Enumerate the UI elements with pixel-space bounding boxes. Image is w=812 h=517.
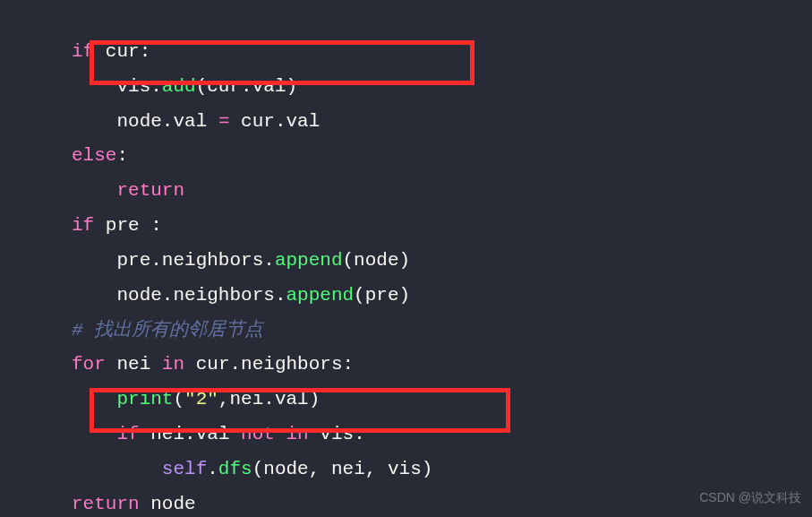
dot: . <box>241 76 252 97</box>
ident-cur: cur <box>196 354 230 375</box>
line-6: if pre : <box>72 215 162 236</box>
line-14: return node <box>72 494 196 514</box>
ident-self: self <box>162 459 207 479</box>
func-append: append <box>286 285 354 306</box>
ident-val: val <box>275 389 309 409</box>
line-3: node.val = cur.val <box>72 111 320 132</box>
line-5: return <box>72 180 184 201</box>
line-10: for nei in cur.neighbors: <box>72 354 354 375</box>
ident-node: node <box>263 459 308 479</box>
ident-val: val <box>252 76 286 97</box>
paren-close: ) <box>309 389 321 409</box>
ident-vis: vis <box>320 424 354 444</box>
line-13: self.dfs(node, nei, vis) <box>72 459 432 479</box>
string-literal: "2" <box>184 389 218 409</box>
paren-close: ) <box>286 76 298 97</box>
ident-nei: nei <box>150 424 184 444</box>
line-8: node.neighbors.append(pre) <box>72 285 410 306</box>
ident-cur: cur <box>241 111 275 132</box>
ident-node: node <box>116 285 161 306</box>
ident-val: val <box>196 424 230 444</box>
keyword-if: if <box>72 215 94 236</box>
ident-vis: vis <box>388 459 422 479</box>
func-dfs: dfs <box>218 459 252 479</box>
keyword-in: in <box>286 424 309 444</box>
ident-node: node <box>116 111 161 132</box>
line-2: vis.add(cur.val) <box>72 76 297 97</box>
line-1: if cur: <box>72 41 150 62</box>
ident-pre: pre <box>116 250 150 271</box>
colon: : <box>354 424 365 444</box>
dot: . <box>263 250 275 271</box>
colon: : <box>150 215 162 236</box>
ident-node: node <box>150 494 195 514</box>
keyword-not: not <box>241 424 275 444</box>
ident-pre: pre <box>365 285 399 306</box>
dot: . <box>150 76 162 97</box>
comment: # 找出所有的邻居节点 <box>72 320 263 340</box>
line-11: print("2",nei.val) <box>72 389 320 409</box>
ident-val: val <box>173 111 207 132</box>
line-4: else: <box>72 145 128 166</box>
code-block: if cur: vis.add(cur.val) node.val = cur.… <box>0 0 812 517</box>
ident-vis: vis <box>116 76 150 97</box>
ident-cur: cur <box>106 41 140 62</box>
paren-open: ( <box>252 459 264 479</box>
func-print: print <box>116 389 173 409</box>
ident-node: node <box>354 250 398 271</box>
comma: , <box>218 389 230 409</box>
dot: . <box>162 111 174 132</box>
keyword-in: in <box>162 354 184 375</box>
line-7: pre.neighbors.append(node) <box>72 250 410 271</box>
paren-open: ( <box>196 76 208 97</box>
ident-neighbors: neighbors <box>173 285 274 306</box>
keyword-return: return <box>116 180 184 201</box>
dot: . <box>263 389 275 409</box>
paren-open: ( <box>173 389 184 409</box>
watermark-text: CSDN @说文科技 <box>699 487 801 510</box>
dot: . <box>275 111 286 132</box>
ident-pre: pre <box>106 215 140 236</box>
op-eq: = <box>218 111 230 132</box>
dot: . <box>275 285 286 306</box>
ident-nei: nei <box>116 354 150 375</box>
ident-cur: cur <box>207 76 241 97</box>
paren-open: ( <box>354 285 365 306</box>
colon: : <box>343 354 355 375</box>
keyword-for: for <box>72 354 106 375</box>
paren-open: ( <box>343 250 355 271</box>
keyword-if: if <box>116 424 139 444</box>
line-9: # 找出所有的邻居节点 <box>72 320 263 340</box>
paren-close: ) <box>422 459 433 479</box>
dot: . <box>184 424 196 444</box>
ident-nei: nei <box>331 459 365 479</box>
ident-nei: nei <box>229 389 263 409</box>
ident-val: val <box>286 111 321 132</box>
paren-close: ) <box>399 285 411 306</box>
comma: , <box>309 459 321 479</box>
comma: , <box>365 459 377 479</box>
dot: . <box>162 285 174 306</box>
dot: . <box>150 250 162 271</box>
keyword-if: if <box>72 41 94 62</box>
func-add: add <box>162 76 196 97</box>
keyword-return: return <box>72 494 140 514</box>
dot: . <box>207 459 218 479</box>
keyword-else: else <box>72 145 116 166</box>
ident-neighbors: neighbors <box>241 354 342 375</box>
paren-close: ) <box>399 250 411 271</box>
ident-neighbors: neighbors <box>162 250 263 271</box>
colon: : <box>116 145 128 166</box>
line-12: if nei.val not in vis: <box>72 424 365 444</box>
func-append: append <box>275 250 343 271</box>
dot: . <box>229 354 241 375</box>
colon: : <box>140 41 151 62</box>
